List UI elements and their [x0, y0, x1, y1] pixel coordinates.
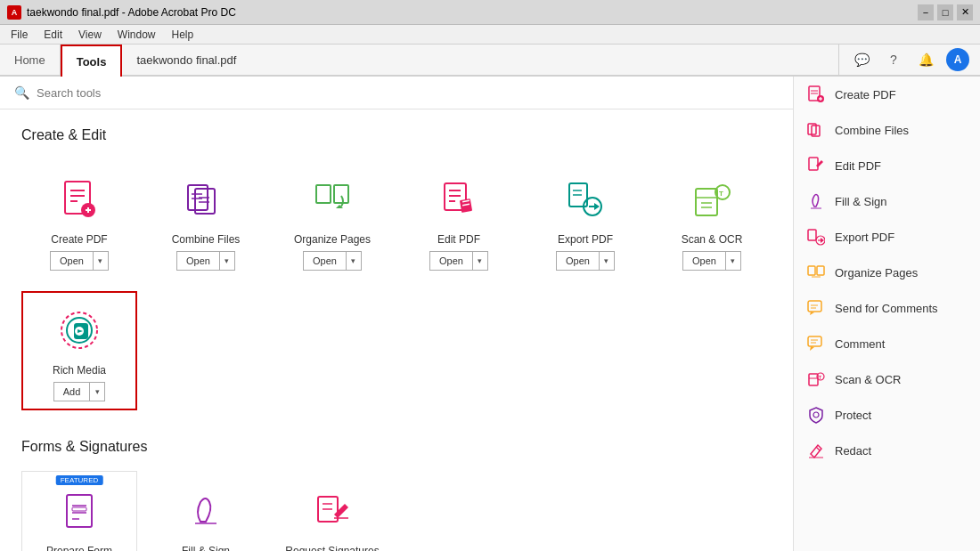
sidebar-create-pdf-icon: [806, 85, 826, 104]
svg-rect-13: [316, 185, 331, 203]
close-button[interactable]: ✕: [957, 4, 973, 20]
tool-scan-ocr[interactable]: T Scan & OCR Open ▾: [654, 159, 770, 280]
sidebar-item-edit-pdf[interactable]: Edit PDF: [794, 148, 980, 183]
sidebar-comment-icon: [806, 334, 826, 353]
sidebar-item-create-pdf[interactable]: Create PDF: [794, 77, 980, 112]
rich-media-label: Rich Media: [53, 364, 106, 377]
svg-rect-29: [696, 189, 717, 215]
combine-files-dropdown-btn[interactable]: ▾: [219, 251, 235, 271]
edit-pdf-open-btn[interactable]: Open: [429, 251, 472, 271]
sidebar-item-send-comments[interactable]: Send for Comments: [794, 290, 980, 326]
menu-bar: File Edit View Window Help: [0, 25, 980, 45]
prepare-form-icon: [53, 484, 106, 538]
request-signatures-label: Request Signatures: [285, 545, 379, 551]
combine-files-open-btn[interactable]: Open: [176, 251, 219, 271]
tab-document[interactable]: taekwondo final.pdf: [122, 45, 839, 75]
sidebar-collapse-btn[interactable]: ❮: [793, 302, 794, 327]
tab-tools[interactable]: Tools: [61, 45, 123, 77]
menu-edit[interactable]: Edit: [37, 27, 69, 43]
export-pdf-open-btn[interactable]: Open: [556, 251, 599, 271]
sidebar-organize-icon: [806, 263, 826, 282]
export-pdf-dropdown-btn[interactable]: ▾: [599, 251, 615, 271]
sidebar-export-label: Export PDF: [835, 231, 894, 244]
sidebar-item-organize-pages[interactable]: Organize Pages: [794, 255, 980, 290]
chat-icon[interactable]: 💬: [850, 48, 873, 71]
create-pdf-open-btn[interactable]: Open: [50, 251, 93, 271]
svg-rect-43: [72, 507, 86, 511]
sidebar-combine-icon: [806, 120, 826, 140]
minimize-button[interactable]: −: [918, 4, 934, 20]
tool-export-pdf[interactable]: Export PDF Open ▾: [527, 159, 643, 280]
title-bar: A taekwondo final.pdf - Adobe Acrobat Pr…: [0, 0, 980, 25]
menu-help[interactable]: Help: [165, 27, 201, 43]
tab-home[interactable]: Home: [0, 45, 61, 75]
sidebar-item-comment[interactable]: Comment: [794, 326, 980, 361]
rich-media-dropdown-btn[interactable]: ▾: [89, 382, 105, 401]
svg-rect-70: [808, 336, 821, 346]
edit-pdf-dropdown-btn[interactable]: ▾: [472, 251, 488, 271]
sidebar-item-protect[interactable]: Protect: [794, 397, 980, 433]
menu-view[interactable]: View: [71, 27, 109, 43]
window-title: taekwondo final.pdf - Adobe Acrobat Pro …: [27, 6, 236, 19]
organize-pages-btn-group[interactable]: Open ▾: [303, 251, 362, 271]
sidebar-fill-sign-label: Fill & Sign: [835, 195, 887, 208]
sidebar-edit-label: Edit PDF: [835, 159, 881, 173]
scan-ocr-btn-group[interactable]: Open ▾: [682, 251, 741, 271]
sidebar-item-scan-ocr[interactable]: T Scan & OCR: [794, 361, 980, 397]
title-bar-controls[interactable]: − □ ✕: [918, 4, 973, 20]
sidebar-item-redact[interactable]: Redact: [794, 433, 980, 468]
rich-media-btn-group[interactable]: Add ▾: [53, 382, 106, 401]
right-sidebar: ❮ Create PDF: [793, 77, 980, 551]
organize-pages-dropdown-btn[interactable]: ▾: [346, 251, 362, 271]
tab-bar-right: 💬 ? 🔔 A: [839, 45, 980, 75]
svg-marker-28: [594, 203, 600, 210]
help-icon[interactable]: ?: [882, 48, 905, 71]
tool-edit-pdf[interactable]: Edit PDF Open ▾: [401, 159, 517, 280]
edit-pdf-btn-group[interactable]: Open ▾: [429, 251, 488, 271]
avatar[interactable]: A: [946, 48, 969, 71]
create-pdf-btn-group[interactable]: Open ▾: [50, 251, 109, 271]
tool-request-signatures[interactable]: Request Signatures Open ▾: [274, 471, 390, 551]
tools-content: Create & Edit: [0, 109, 793, 551]
search-bar: 🔍: [0, 77, 793, 109]
sidebar-fill-sign-icon: [806, 191, 826, 211]
sidebar-item-combine-files[interactable]: Combine Files: [794, 112, 980, 148]
organize-pages-open-btn[interactable]: Open: [303, 251, 346, 271]
menu-window[interactable]: Window: [110, 27, 163, 43]
menu-file[interactable]: File: [4, 27, 35, 43]
search-input[interactable]: [37, 86, 779, 100]
rich-media-icon: [53, 304, 106, 357]
scan-ocr-label: Scan & OCR: [682, 233, 743, 246]
sidebar-redact-label: Redact: [835, 444, 871, 458]
export-pdf-btn-group[interactable]: Open ▾: [556, 251, 615, 271]
tool-fill-sign[interactable]: Fill & Sign Open ▾: [148, 471, 264, 551]
rich-media-add-btn[interactable]: Add: [53, 382, 90, 401]
create-pdf-dropdown-btn[interactable]: ▾: [93, 251, 109, 271]
tool-create-pdf[interactable]: Create PDF Open ▾: [21, 159, 137, 280]
scan-ocr-open-btn[interactable]: Open: [682, 251, 725, 271]
svg-rect-14: [334, 185, 348, 203]
title-bar-left: A taekwondo final.pdf - Adobe Acrobat Pr…: [7, 5, 236, 20]
svg-text:T: T: [719, 190, 723, 198]
maximize-button[interactable]: □: [937, 4, 953, 20]
combine-files-icon: [179, 173, 233, 226]
sidebar-send-comments-label: Send for Comments: [835, 302, 938, 315]
forms-grid: FEATURED Prepare Form Open ▾: [21, 471, 772, 551]
notification-icon[interactable]: 🔔: [914, 48, 937, 71]
tab-bar: Home Tools taekwondo final.pdf 💬 ? 🔔 A: [0, 45, 980, 77]
scan-ocr-dropdown-btn[interactable]: ▾: [725, 251, 741, 271]
svg-marker-63: [821, 238, 824, 243]
combine-files-btn-group[interactable]: Open ▾: [176, 251, 235, 271]
sidebar-combine-label: Combine Files: [835, 124, 909, 137]
tool-prepare-form-wrap: FEATURED Prepare Form Open ▾: [21, 471, 137, 551]
tool-organize-pages[interactable]: Organize Pages Open ▾: [274, 159, 390, 280]
sidebar-protect-label: Protect: [835, 409, 871, 422]
tool-combine-files[interactable]: Combine Files Open ▾: [148, 159, 264, 280]
tool-prepare-form[interactable]: FEATURED Prepare Form Open ▾: [21, 471, 137, 551]
sidebar-edit-icon: [806, 156, 826, 175]
content-area: 🔍 Create & Edit: [0, 77, 793, 551]
sidebar-item-fill-sign[interactable]: Fill & Sign: [794, 183, 980, 219]
featured-badge: FEATURED: [56, 475, 103, 485]
tool-rich-media[interactable]: Rich Media Add ▾: [21, 291, 137, 410]
sidebar-item-export-pdf[interactable]: Export PDF: [794, 219, 980, 255]
